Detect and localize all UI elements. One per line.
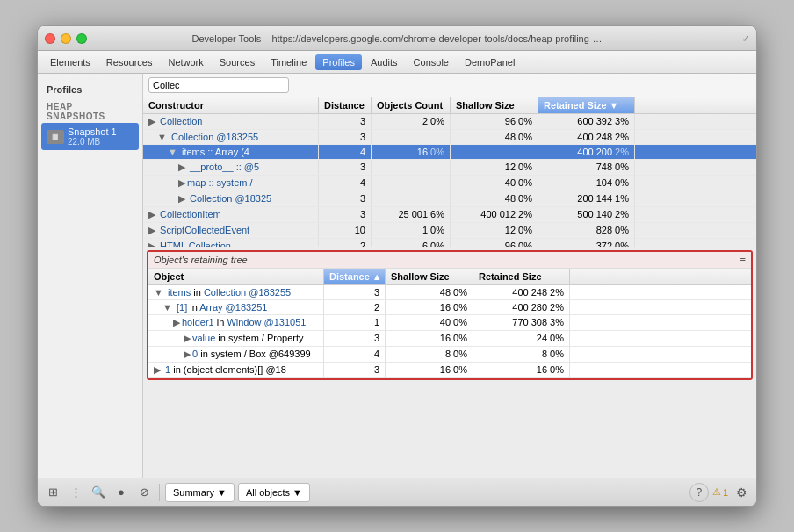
td-shallow: 12 0% [451, 160, 538, 175]
rtd-retained: 24 0% [473, 331, 570, 346]
table-row[interactable]: ▶ ScriptCollectedEvent 10 1 0% 12 0% 828… [143, 223, 756, 239]
devtools-window: Developer Tools – https://developers.goo… [37, 25, 757, 507]
td-obj-count [372, 130, 451, 144]
td-distance: 3 [319, 160, 372, 175]
td-distance: 3 [319, 130, 372, 144]
nav-resources[interactable]: Resources [99, 54, 160, 70]
snapshot-label: Snapshot 1 [68, 126, 117, 137]
retaining-row[interactable]: ▶value in system / Property 3 16 0% 24 0… [148, 331, 751, 347]
td-retained: 104 0% [538, 176, 635, 191]
upper-table-body[interactable]: ▶ Collection 3 2 0% 96 0% 600 392 3% ▼ C… [143, 114, 756, 247]
td-constructor: ▶ ScriptCollectedEvent [143, 223, 319, 238]
rtd-object: ▶holder1 in Window @131051 [148, 315, 324, 330]
table-row[interactable]: ▶ CollectionItem 3 25 001 6% 400 012 2% … [143, 207, 756, 223]
td-obj-count [372, 191, 451, 206]
resize-icon: ⤢ [742, 33, 749, 43]
separator [159, 484, 160, 501]
td-shallow: 48 0% [451, 130, 538, 144]
table-row[interactable]: ▶map :: system / 4 40 0% 104 0% [143, 176, 756, 191]
nav-sources[interactable]: Sources [213, 54, 262, 70]
upper-table-header: Constructor Distance Objects Count Shall… [143, 97, 756, 114]
dropdown-arrow-icon: ▼ [217, 487, 227, 498]
minimize-button[interactable] [61, 33, 71, 44]
panel-toggle-button[interactable]: ⊞ [43, 483, 62, 502]
th-shallow-size: Shallow Size [451, 97, 538, 113]
summary-dropdown[interactable]: Summary ▼ [165, 483, 235, 502]
nav-bar: Elements Resources Network Sources Timel… [38, 51, 756, 74]
rtd-retained: 770 308 3% [473, 315, 570, 330]
clear-button[interactable]: ⊘ [134, 483, 154, 502]
rtd-retained: 400 248 2% [473, 285, 570, 299]
panel-menu-icon[interactable]: ≡ [740, 255, 746, 265]
dropdown-arrow2-icon: ▼ [292, 487, 302, 498]
retaining-row[interactable]: ▶0 in system / Box @649399 4 8 0% 8 0% [148, 347, 751, 363]
bottom-bar: ⊞ ⋮ 🔍 ● ⊘ Summary ▼ All objects ▼ ? ⚠ 1 … [38, 478, 756, 506]
td-obj-count: 6 0% [372, 239, 451, 247]
search-button[interactable]: 🔍 [89, 483, 108, 502]
td-obj-count: 16 0% [372, 145, 451, 159]
rtd-distance: 3 [324, 331, 386, 346]
rtd-retained: 8 0% [473, 347, 570, 362]
rtd-distance: 4 [324, 347, 386, 362]
retaining-row[interactable]: ▶holder1 in Window @131051 1 40 0% 770 3… [148, 315, 751, 331]
td-distance: 3 [319, 114, 372, 129]
all-objects-dropdown[interactable]: All objects ▼ [238, 483, 310, 502]
td-retained: 600 392 3% [538, 114, 635, 129]
nav-console[interactable]: Console [407, 54, 456, 70]
td-retained: 400 200 2% [538, 145, 635, 159]
rtd-retained: 16 0% [473, 363, 570, 377]
nav-profiles[interactable]: Profiles [315, 54, 362, 70]
upper-table: Constructor Distance Objects Count Shall… [143, 97, 756, 247]
title-bar: Developer Tools – https://developers.goo… [38, 26, 756, 51]
table-row[interactable]: ▶ HTML Collection 2 6 0% 96 0% 372 0% [143, 239, 756, 247]
rtd-object: ▶ 1 in (object elements)[] @18 [148, 363, 324, 377]
sidebar: Profiles HEAP SNAPSHOTS ▦ Snapshot 1 22.… [38, 74, 143, 478]
rtd-retained: 400 280 2% [473, 300, 570, 314]
all-objects-label: All objects [246, 487, 290, 498]
nav-network[interactable]: Network [161, 54, 210, 70]
sort-arrow-icon: ▼ [610, 100, 619, 111]
sidebar-snapshot1[interactable]: ▦ Snapshot 1 22.0 MB [41, 123, 139, 150]
nav-audits[interactable]: Audits [364, 54, 405, 70]
nav-demopanel[interactable]: DemoPanel [458, 54, 522, 70]
table-row[interactable]: ▶ Collection 3 2 0% 96 0% 600 392 3% [143, 114, 756, 130]
retaining-row[interactable]: ▶ 1 in (object elements)[] @18 3 16 0% 1… [148, 363, 751, 378]
rtd-object: ▶value in system / Property [148, 331, 324, 346]
td-constructor: ▼ items :: Array (4 [143, 145, 319, 159]
td-retained: 200 144 1% [538, 191, 635, 206]
table-row[interactable]: ▶ Collection @18325 3 48 0% 200 144 1% [143, 191, 756, 207]
retaining-row[interactable]: ▼ [1] in Array @183251 2 16 0% 400 280 2… [148, 300, 751, 315]
td-constructor: ▶ Collection @18325 [143, 191, 319, 206]
td-distance: 10 [319, 223, 372, 238]
table-row[interactable]: ▶ __proto__ :: @5 3 12 0% 748 0% [143, 160, 756, 176]
td-shallow [451, 145, 538, 159]
search-input[interactable] [148, 77, 289, 93]
close-button[interactable] [45, 33, 55, 44]
retaining-row[interactable]: ▼ items in Collection @183255 3 48 0% 40… [148, 285, 751, 300]
nav-elements[interactable]: Elements [43, 54, 97, 70]
settings-button[interactable]: ⚙ [732, 483, 751, 502]
rth-distance[interactable]: Distance ▲ [324, 269, 386, 284]
window-title: Developer Tools – https://developers.goo… [192, 33, 603, 44]
rtd-shallow: 40 0% [386, 315, 473, 330]
td-retained: 500 140 2% [538, 207, 635, 222]
table-row[interactable]: ▼ Collection @183255 3 48 0% 400 248 2% [143, 130, 756, 145]
snapshot-size: 22.0 MB [68, 137, 117, 147]
nav-timeline[interactable]: Timeline [263, 54, 314, 70]
td-distance: 3 [319, 191, 372, 206]
breadcrumb-button[interactable]: ⋮ [66, 483, 85, 502]
rth-object: Object [148, 269, 324, 284]
td-constructor: ▶ __proto__ :: @5 [143, 160, 319, 175]
td-shallow: 12 0% [451, 223, 538, 238]
sidebar-section: HEAP SNAPSHOTS [38, 98, 142, 123]
th-objects-count: Objects Count [372, 97, 451, 113]
rth-shallow: Shallow Size [386, 269, 473, 284]
record-button[interactable]: ● [112, 483, 131, 502]
td-constructor: ▶ HTML Collection [143, 239, 319, 247]
th-retained-size[interactable]: Retained Size ▼ [538, 97, 635, 113]
table-row-selected[interactable]: ▼ items :: Array (4 4 16 0% 400 200 2% [143, 145, 756, 160]
rtd-object: ▶0 in system / Box @649399 [148, 347, 324, 362]
td-shallow: 48 0% [451, 191, 538, 206]
maximize-button[interactable] [76, 33, 87, 44]
help-button[interactable]: ? [689, 483, 709, 502]
